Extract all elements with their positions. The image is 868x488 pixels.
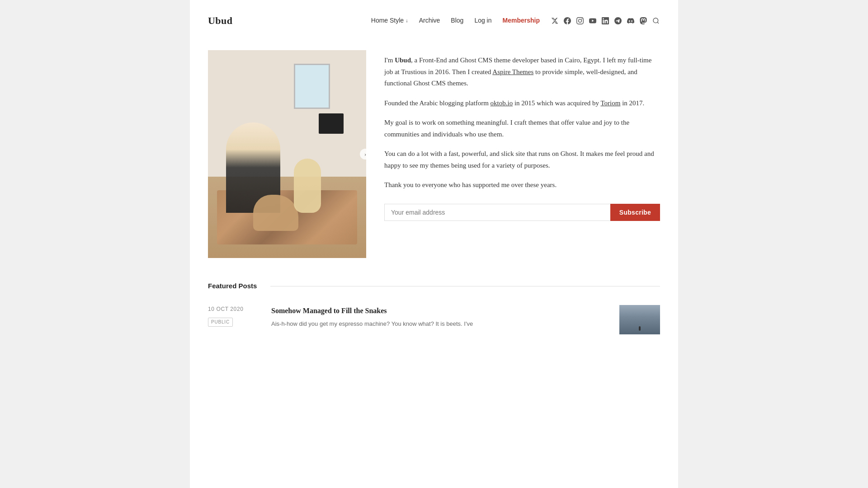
discord-icon[interactable] (627, 17, 635, 25)
mastodon-icon[interactable] (639, 17, 647, 25)
bio-para-2: Founded the Arabic blogging platform okt… (384, 98, 660, 109)
post-title[interactable]: Somehow Managed to Fill the Snakes (271, 305, 610, 317)
post-date: 10 OCT 2020 (208, 305, 262, 314)
chevron-down-icon: ↓ (406, 17, 408, 25)
instagram-icon[interactable] (576, 17, 584, 25)
thumbnail-scene (619, 305, 660, 334)
facebook-icon[interactable] (563, 17, 571, 25)
bio-para-3: My goal is to work on something meaningf… (384, 117, 660, 140)
post-body: Somehow Managed to Fill the Snakes Ais-h… (271, 305, 610, 328)
social-icons (551, 17, 660, 25)
post-excerpt: Ais-h-how did you get my espresso machin… (271, 319, 610, 328)
window-decor (294, 64, 330, 109)
oktob-link[interactable]: oktob.io (491, 99, 513, 107)
email-input[interactable] (384, 204, 610, 221)
featured-posts-section: Featured Posts 10 OCT 2020 PUBLIC Someho… (208, 281, 660, 343)
nav-archive[interactable]: Archive (419, 15, 440, 25)
dog2-decor (294, 159, 321, 213)
nav-login[interactable]: Log in (474, 15, 491, 25)
bio-para-5: Thank you to everyone who has supported … (384, 179, 660, 191)
thumb-figure (639, 326, 641, 331)
featured-title: Featured Posts (208, 281, 257, 291)
linkedin-icon[interactable] (601, 17, 609, 25)
twitter-icon[interactable] (551, 17, 559, 25)
svg-line-1 (657, 22, 659, 23)
subscribe-button[interactable]: Subscribe (610, 204, 660, 221)
svg-point-0 (653, 18, 658, 23)
post-thumbnail (619, 305, 660, 334)
bio-para-1: I'm Ubud, a Front-End and Ghost CMS them… (384, 55, 660, 89)
telegram-icon[interactable] (614, 17, 622, 25)
main-nav: Home Style ↓ Archive Blog Log in Members… (371, 15, 660, 25)
subscribe-form: Subscribe (384, 204, 660, 221)
hero-section: › I'm Ubud, a Front-End and Ghost CMS th… (208, 41, 660, 258)
site-title[interactable]: Ubud (208, 13, 232, 28)
post-meta: 10 OCT 2020 PUBLIC (208, 305, 262, 327)
nav-blog[interactable]: Blog (451, 15, 463, 25)
hero-bio: I'm Ubud, a Front-End and Ghost CMS them… (384, 50, 660, 221)
hero-image: › (208, 50, 366, 258)
monitor-decor (319, 113, 344, 134)
nav-home-style[interactable]: Home Style ↓ (371, 15, 408, 25)
featured-divider (270, 286, 660, 286)
bio-para-4: You can do a lot with a fast, powerful, … (384, 148, 660, 171)
featured-header: Featured Posts (208, 281, 660, 291)
post-item[interactable]: 10 OCT 2020 PUBLIC Somehow Managed to Fi… (208, 305, 660, 343)
nav-membership[interactable]: Membership (503, 15, 540, 25)
aspire-themes-link[interactable]: Aspire Themes (492, 68, 533, 75)
search-icon[interactable] (652, 17, 660, 25)
toriom-link[interactable]: Toriom (600, 99, 620, 107)
post-badge: PUBLIC (208, 318, 233, 327)
youtube-icon[interactable] (589, 17, 597, 25)
